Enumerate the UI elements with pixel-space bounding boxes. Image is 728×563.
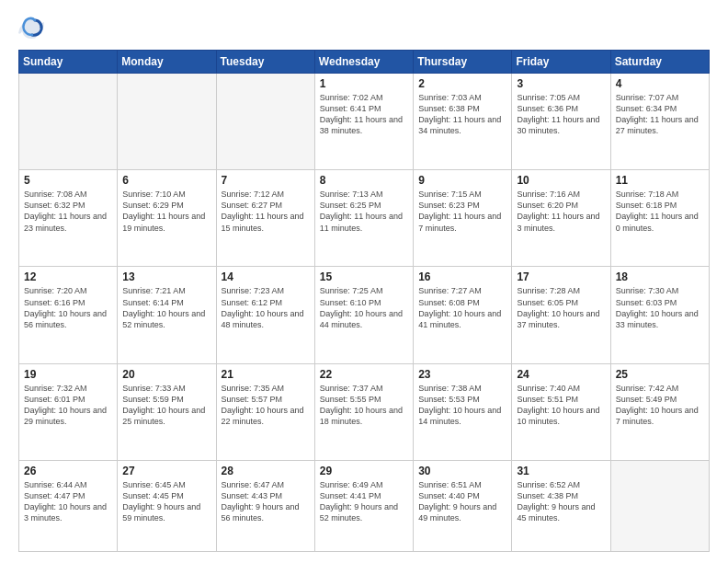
day-info: Sunrise: 7:27 AMSunset: 6:08 PMDaylight:…	[418, 285, 506, 330]
weekday-header-wednesday: Wednesday	[314, 51, 413, 74]
week-row-2: 5Sunrise: 7:08 AMSunset: 6:32 PMDaylight…	[19, 170, 710, 267]
day-number: 19	[24, 368, 112, 381]
calendar-cell: 22Sunrise: 7:37 AMSunset: 5:55 PMDayligh…	[314, 363, 413, 460]
day-number: 14	[222, 270, 310, 283]
calendar-cell: 15Sunrise: 7:25 AMSunset: 6:10 PMDayligh…	[314, 267, 413, 363]
calendar-cell: 19Sunrise: 7:32 AMSunset: 6:01 PMDayligh…	[19, 363, 118, 460]
day-number: 4	[616, 77, 704, 90]
day-info: Sunrise: 7:15 AMSunset: 6:23 PMDaylight:…	[418, 189, 506, 234]
day-number: 23	[418, 368, 506, 381]
calendar-cell	[610, 460, 709, 551]
day-info: Sunrise: 7:12 AMSunset: 6:27 PMDaylight:…	[222, 189, 310, 234]
day-number: 3	[517, 77, 605, 90]
calendar-cell: 3Sunrise: 7:05 AMSunset: 6:36 PMDaylight…	[512, 74, 610, 170]
day-number: 2	[418, 77, 506, 90]
weekday-header-monday: Monday	[118, 51, 216, 74]
day-number: 18	[616, 270, 704, 283]
day-number: 30	[418, 465, 506, 477]
day-info: Sunrise: 7:35 AMSunset: 5:57 PMDaylight:…	[222, 383, 310, 428]
day-info: Sunrise: 7:37 AMSunset: 5:55 PMDaylight:…	[320, 383, 408, 428]
logo	[18, 15, 48, 40]
day-info: Sunrise: 7:08 AMSunset: 6:32 PMDaylight:…	[24, 189, 112, 234]
day-info: Sunrise: 7:16 AMSunset: 6:20 PMDaylight:…	[517, 189, 605, 234]
header	[18, 15, 710, 40]
week-row-5: 26Sunrise: 6:44 AMSunset: 4:47 PMDayligh…	[19, 460, 710, 551]
week-row-4: 19Sunrise: 7:32 AMSunset: 6:01 PMDayligh…	[19, 363, 710, 460]
calendar-cell: 26Sunrise: 6:44 AMSunset: 4:47 PMDayligh…	[19, 460, 118, 551]
calendar-cell: 18Sunrise: 7:30 AMSunset: 6:03 PMDayligh…	[610, 267, 709, 363]
day-number: 31	[517, 465, 605, 477]
calendar-cell: 6Sunrise: 7:10 AMSunset: 6:29 PMDaylight…	[118, 170, 216, 267]
day-info: Sunrise: 7:13 AMSunset: 6:25 PMDaylight:…	[320, 189, 408, 234]
day-number: 22	[320, 368, 408, 381]
calendar-cell: 20Sunrise: 7:33 AMSunset: 5:59 PMDayligh…	[118, 363, 216, 460]
calendar-cell: 2Sunrise: 7:03 AMSunset: 6:38 PMDaylight…	[414, 74, 512, 170]
calendar-cell: 7Sunrise: 7:12 AMSunset: 6:27 PMDaylight…	[216, 170, 314, 267]
day-info: Sunrise: 7:33 AMSunset: 5:59 PMDaylight:…	[122, 383, 210, 428]
day-number: 7	[222, 174, 310, 187]
calendar-cell: 4Sunrise: 7:07 AMSunset: 6:34 PMDaylight…	[610, 74, 709, 170]
day-info: Sunrise: 7:21 AMSunset: 6:14 PMDaylight:…	[122, 285, 210, 330]
day-number: 6	[122, 174, 210, 187]
calendar-cell: 30Sunrise: 6:51 AMSunset: 4:40 PMDayligh…	[414, 460, 512, 551]
day-info: Sunrise: 7:02 AMSunset: 6:41 PMDaylight:…	[320, 92, 408, 137]
day-info: Sunrise: 6:49 AMSunset: 4:41 PMDaylight:…	[320, 479, 408, 524]
day-info: Sunrise: 7:30 AMSunset: 6:03 PMDaylight:…	[616, 285, 704, 330]
calendar-cell: 28Sunrise: 6:47 AMSunset: 4:43 PMDayligh…	[216, 460, 314, 551]
weekday-header-row: SundayMondayTuesdayWednesdayThursdayFrid…	[19, 51, 710, 74]
page: SundayMondayTuesdayWednesdayThursdayFrid…	[0, 0, 728, 563]
weekday-header-thursday: Thursday	[414, 51, 512, 74]
calendar-cell: 25Sunrise: 7:42 AMSunset: 5:49 PMDayligh…	[610, 363, 709, 460]
day-number: 5	[24, 174, 112, 187]
day-number: 15	[320, 270, 408, 283]
day-info: Sunrise: 7:28 AMSunset: 6:05 PMDaylight:…	[517, 285, 605, 330]
day-info: Sunrise: 7:32 AMSunset: 6:01 PMDaylight:…	[24, 383, 112, 428]
day-info: Sunrise: 6:52 AMSunset: 4:38 PMDaylight:…	[517, 479, 605, 524]
calendar-cell: 14Sunrise: 7:23 AMSunset: 6:12 PMDayligh…	[216, 267, 314, 363]
day-number: 10	[517, 174, 605, 187]
calendar-cell	[118, 74, 216, 170]
day-number: 9	[418, 174, 506, 187]
calendar-cell	[216, 74, 314, 170]
day-info: Sunrise: 7:23 AMSunset: 6:12 PMDaylight:…	[222, 285, 310, 330]
calendar-cell: 31Sunrise: 6:52 AMSunset: 4:38 PMDayligh…	[512, 460, 610, 551]
day-info: Sunrise: 7:18 AMSunset: 6:18 PMDaylight:…	[616, 189, 704, 234]
day-info: Sunrise: 6:47 AMSunset: 4:43 PMDaylight:…	[222, 479, 310, 524]
day-number: 29	[320, 465, 408, 477]
calendar-cell: 16Sunrise: 7:27 AMSunset: 6:08 PMDayligh…	[414, 267, 512, 363]
day-number: 24	[517, 368, 605, 381]
day-number: 25	[616, 368, 704, 381]
day-number: 21	[222, 368, 310, 381]
calendar-cell: 21Sunrise: 7:35 AMSunset: 5:57 PMDayligh…	[216, 363, 314, 460]
calendar-cell: 9Sunrise: 7:15 AMSunset: 6:23 PMDaylight…	[414, 170, 512, 267]
day-info: Sunrise: 7:07 AMSunset: 6:34 PMDaylight:…	[616, 92, 704, 137]
day-info: Sunrise: 7:42 AMSunset: 5:49 PMDaylight:…	[616, 383, 704, 428]
day-number: 27	[122, 465, 210, 477]
calendar-cell: 1Sunrise: 7:02 AMSunset: 6:41 PMDaylight…	[314, 74, 413, 170]
day-number: 13	[122, 270, 210, 283]
day-number: 12	[24, 270, 112, 283]
day-number: 26	[24, 465, 112, 477]
day-info: Sunrise: 6:45 AMSunset: 4:45 PMDaylight:…	[122, 479, 210, 524]
day-number: 20	[122, 368, 210, 381]
calendar-cell: 29Sunrise: 6:49 AMSunset: 4:41 PMDayligh…	[314, 460, 413, 551]
calendar-cell: 11Sunrise: 7:18 AMSunset: 6:18 PMDayligh…	[610, 170, 709, 267]
day-info: Sunrise: 7:25 AMSunset: 6:10 PMDaylight:…	[320, 285, 408, 330]
day-number: 11	[616, 174, 704, 187]
calendar-cell: 8Sunrise: 7:13 AMSunset: 6:25 PMDaylight…	[314, 170, 413, 267]
calendar-cell: 17Sunrise: 7:28 AMSunset: 6:05 PMDayligh…	[512, 267, 610, 363]
day-info: Sunrise: 6:51 AMSunset: 4:40 PMDaylight:…	[418, 479, 506, 524]
day-number: 17	[517, 270, 605, 283]
day-number: 8	[320, 174, 408, 187]
weekday-header-saturday: Saturday	[610, 51, 709, 74]
day-info: Sunrise: 7:05 AMSunset: 6:36 PMDaylight:…	[517, 92, 605, 137]
calendar-cell: 24Sunrise: 7:40 AMSunset: 5:51 PMDayligh…	[512, 363, 610, 460]
weekday-header-sunday: Sunday	[19, 51, 118, 74]
day-number: 1	[320, 77, 408, 90]
day-info: Sunrise: 6:44 AMSunset: 4:47 PMDaylight:…	[24, 479, 112, 524]
calendar-cell	[19, 74, 118, 170]
weekday-header-tuesday: Tuesday	[216, 51, 314, 74]
calendar-cell: 27Sunrise: 6:45 AMSunset: 4:45 PMDayligh…	[118, 460, 216, 551]
day-info: Sunrise: 7:03 AMSunset: 6:38 PMDaylight:…	[418, 92, 506, 137]
calendar-cell: 10Sunrise: 7:16 AMSunset: 6:20 PMDayligh…	[512, 170, 610, 267]
